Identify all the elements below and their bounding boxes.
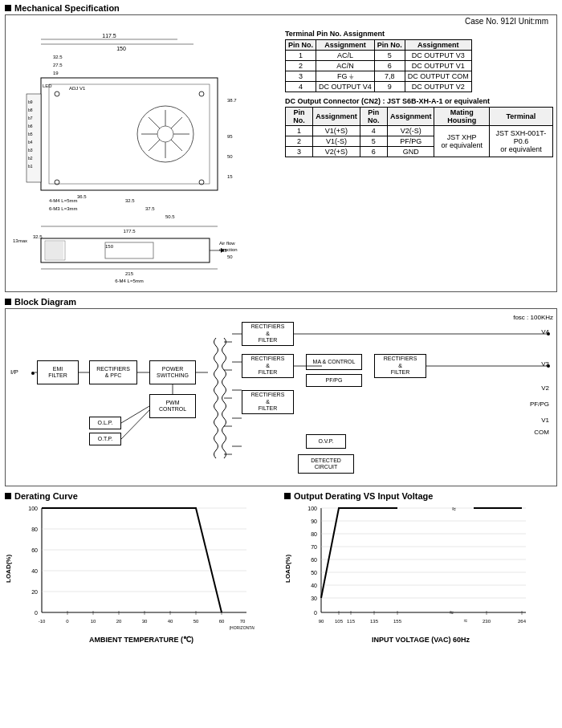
svg-line-30 xyxy=(171,140,182,151)
chart2-container: LOAD(%) xyxy=(284,504,557,634)
svg-text:95: 95 xyxy=(227,134,233,139)
svg-text:60: 60 xyxy=(31,547,38,553)
mech-section-header: Mechanical Specification xyxy=(5,3,557,13)
svg-text:≈: ≈ xyxy=(452,505,456,513)
connector-label: DC Output Connector (CN2) : JST S6B-XH-A… xyxy=(285,97,553,105)
table-row: 1AC/L 5DC OUTPUT V3 xyxy=(286,51,472,61)
svg-line-85 xyxy=(121,406,149,423)
power-sw-box: POWER SWITCHING xyxy=(149,360,196,384)
table-row: 2AC/N 6DC OUTPUT V1 xyxy=(286,61,472,71)
pfpg-label: PF/PG xyxy=(530,401,549,408)
svg-text:100: 100 xyxy=(28,506,38,511)
svg-text:37.5: 37.5 xyxy=(145,206,155,211)
connector-table: Pin No. Assignment Pin No. Assignment Ma… xyxy=(285,107,553,157)
svg-text:155: 155 xyxy=(393,619,402,624)
block-diagram: fosc : 100KHz I/P EMI FILTER RECTIFIERS … xyxy=(9,314,561,482)
page: Mechanical Specification Case No. 912I U… xyxy=(0,0,562,647)
otp-box: O.T.P. xyxy=(89,433,121,445)
svg-text:6-M3 L=3mm: 6-M3 L=3mm xyxy=(49,206,78,211)
svg-text:135: 135 xyxy=(370,619,379,624)
svg-text:6-M4 L=5mm: 6-M4 L=5mm xyxy=(115,279,144,283)
svg-text:150: 150 xyxy=(116,46,126,51)
derating-header: Derating Curve xyxy=(5,491,278,501)
ovp-box: O.V.P. xyxy=(306,434,346,449)
svg-text:50: 50 xyxy=(193,619,199,624)
svg-rect-51 xyxy=(41,238,210,262)
mech-svg: 117.5 150 32.5 27.5 19 LED CN2 xyxy=(9,30,282,287)
svg-text:ADJ: ADJ xyxy=(69,86,78,91)
mech-tables: Terminal Pin No. Assignment Pin No. Assi… xyxy=(285,30,553,288)
svg-text:b7: b7 xyxy=(28,116,33,120)
mech-content: 117.5 150 32.5 27.5 19 LED CN2 xyxy=(9,30,553,288)
mech-section-title: Mechanical Specification xyxy=(14,3,120,13)
svg-text:30: 30 xyxy=(311,596,317,601)
svg-text:b1: b1 xyxy=(28,164,33,169)
chart1-area: 100 80 60 40 20 0 -10 0 10 20 30 xyxy=(14,504,278,634)
fosc-label: fosc : 100KHz xyxy=(513,314,553,321)
svg-text:(HORIZONTAL): (HORIZONTAL) xyxy=(229,625,255,630)
terminal-table: Pin No. Assignment Pin No. Assignment 1A… xyxy=(285,39,472,92)
svg-text:≈: ≈ xyxy=(450,608,454,616)
th-assign2: Assignment xyxy=(405,40,471,51)
svg-text:115: 115 xyxy=(347,619,356,624)
th-pin1: Pin No. xyxy=(286,40,316,51)
svg-text:32.5: 32.5 xyxy=(125,198,135,203)
svg-text:117.5: 117.5 xyxy=(102,33,116,39)
derating-left: Derating Curve LOAD(%) xyxy=(5,491,278,644)
svg-text:0: 0 xyxy=(35,610,38,616)
svg-text:20: 20 xyxy=(31,589,38,595)
rect-filter-2: RECTIFIERS & FILTER xyxy=(242,354,294,378)
emi-filter-box: EMI FILTER xyxy=(37,360,79,384)
chart1-ylabel: LOAD(%) xyxy=(5,504,12,632)
svg-text:b3: b3 xyxy=(28,148,33,153)
chart1-container: LOAD(%) 100 8 xyxy=(5,504,278,634)
svg-text:100: 100 xyxy=(307,506,317,511)
terminal-table-section: Terminal Pin No. Assignment Pin No. Assi… xyxy=(285,30,553,92)
ip-dot xyxy=(31,372,35,375)
chart2-ylabel: LOAD(%) xyxy=(284,504,291,632)
svg-text:35: 35 xyxy=(222,248,227,253)
svg-text:50: 50 xyxy=(227,254,233,259)
mech-section: Case No. 912I Unit:mm 117.5 150 32.5 27.… xyxy=(5,14,557,292)
svg-text:b9: b9 xyxy=(28,100,33,104)
table-row: 3FG ⏚ 7,8DC OUTPUT COM xyxy=(286,71,472,82)
svg-text:70: 70 xyxy=(311,544,317,550)
svg-text:LED: LED xyxy=(43,83,52,88)
svg-text:60: 60 xyxy=(311,557,317,563)
svg-text:40: 40 xyxy=(31,568,38,574)
block-section: fosc : 100KHz I/P EMI FILTER RECTIFIERS … xyxy=(5,308,557,486)
olp-box: O.L.P. xyxy=(89,417,121,429)
svg-rect-53 xyxy=(45,241,65,260)
svg-text:13max: 13max xyxy=(13,238,27,243)
chart2-area: 100 90 80 70 60 50 40 30 0 90 105 xyxy=(293,504,557,634)
svg-text:0: 0 xyxy=(314,610,317,616)
derating-title: Derating Curve xyxy=(14,491,78,501)
svg-text:19: 19 xyxy=(53,71,59,75)
connector-section: DC Output Connector (CN2) : JST S6B-XH-A… xyxy=(285,97,553,157)
svg-text:15: 15 xyxy=(227,174,233,179)
svg-text:27.5: 27.5 xyxy=(53,63,63,67)
svg-text:60: 60 xyxy=(219,619,225,624)
svg-rect-7 xyxy=(41,78,218,190)
svg-text:b8: b8 xyxy=(28,108,33,112)
svg-text:105: 105 xyxy=(335,619,344,624)
rect-filter-right: RECTIFIERS & FILTER xyxy=(374,354,426,378)
chart1-svg: 100 80 60 40 20 0 -10 0 10 20 30 xyxy=(14,504,255,632)
svg-line-31 xyxy=(171,117,182,128)
svg-text:-10: -10 xyxy=(39,619,46,624)
output-derating-header: Output Derating VS Input Voltage xyxy=(284,491,557,501)
svg-text:b5: b5 xyxy=(28,132,33,136)
svg-text:70: 70 xyxy=(240,619,246,624)
block-section-header: Block Diagram xyxy=(5,297,557,307)
ip-label: I/P xyxy=(10,368,18,376)
svg-text:90: 90 xyxy=(319,619,324,624)
svg-text:215: 215 xyxy=(125,271,134,276)
svg-point-35 xyxy=(199,92,204,96)
svg-text:10: 10 xyxy=(91,619,96,624)
svg-text:230: 230 xyxy=(483,619,491,624)
svg-text:4-M4 L=5mm: 4-M4 L=5mm xyxy=(49,198,78,203)
chart2-xlabel: INPUT VOLTAGE (VAC) 60Hz xyxy=(284,636,557,644)
transformer-svg xyxy=(208,322,232,474)
svg-text:Air flow: Air flow xyxy=(219,241,235,246)
svg-text:30: 30 xyxy=(142,619,148,624)
